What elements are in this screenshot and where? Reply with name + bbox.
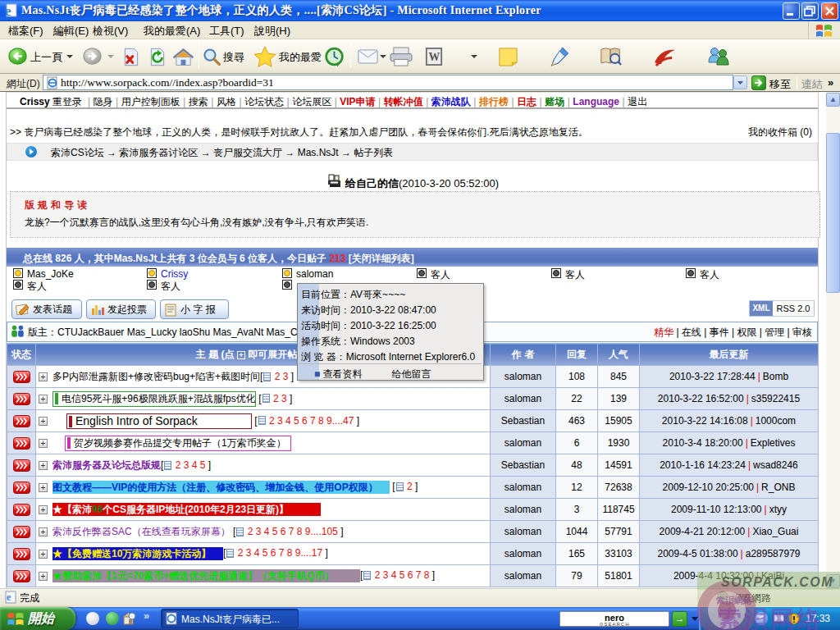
svg-text:W: W <box>429 52 441 64</box>
svg-text:e: e <box>7 591 11 603</box>
svg-text:e: e <box>5 3 11 18</box>
